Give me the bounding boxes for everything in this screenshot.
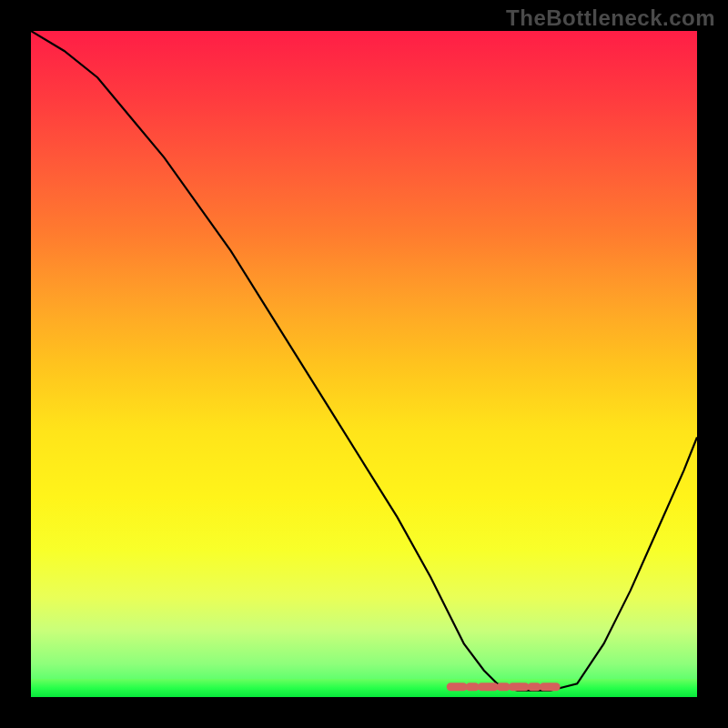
- curve-svg: [31, 31, 697, 697]
- chart-frame: TheBottleneck.com: [0, 0, 728, 728]
- plot-area: [31, 31, 697, 697]
- watermark-text: TheBottleneck.com: [506, 5, 715, 31]
- bottleneck-curve: [31, 31, 697, 691]
